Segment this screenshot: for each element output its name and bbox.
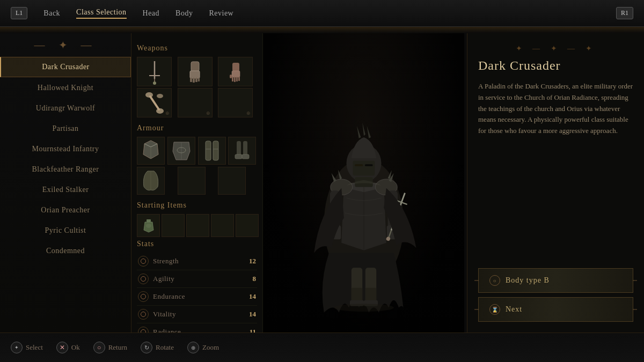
svg-rect-12 [232,77,233,82]
starting-item-5[interactable] [236,214,259,237]
bottom-control-ok: ✕ Ok [56,342,80,353]
nav-class-selection[interactable]: Class Selection [76,8,126,19]
class-item-dark-crusader[interactable]: Dark Crusader [0,57,131,77]
right-ornament: ✦ — ✦ — ✦ [478,44,633,53]
svg-rect-5 [190,71,200,78]
weapon-slot-3[interactable] [218,57,253,86]
hand-icon [225,58,246,85]
svg-point-3 [153,82,156,85]
nav-head[interactable]: Head [143,9,160,18]
armour-slot-6[interactable] [178,167,206,195]
weapon-slot-2[interactable] [178,57,213,86]
radiance-value: 11 [245,328,256,333]
bottom-bar: ✦ Select ✕ Ok ○ Return ↻ Rotate ⊕ Zoom [0,333,644,362]
svg-rect-6 [190,78,192,82]
nav-review[interactable]: Review [209,9,233,18]
armour-slot-7[interactable] [218,167,246,195]
next-icon: ⌛ [489,304,500,315]
weapon-slot-1[interactable] [137,57,172,86]
class-item-udirangr-warwolf[interactable]: Udirangr Warwolf [0,99,131,118]
body-type-icon: ○ [489,275,500,286]
class-item-hallowed-knight[interactable]: Hallowed Knight [0,78,131,98]
slot-badge-4: ⊕ [165,110,170,116]
select-label: Select [26,343,43,352]
bottom-control-rotate: ↻ Rotate [141,342,174,353]
class-item-pyric-cultist[interactable]: Pyric Cultist [0,221,131,240]
svg-rect-23 [206,141,211,160]
svg-marker-59 [357,126,361,138]
body-type-label: Body type B [506,276,550,285]
action-buttons: ○ Body type B ⌛ Next [478,268,633,322]
weapons-row2: ⊕ ⊕ ⊕ [137,88,257,117]
svg-rect-7 [193,78,195,83]
gauntlet-icon [185,59,205,85]
svg-rect-24 [213,141,218,160]
starting-items-title: Starting Items [137,201,257,210]
body-type-button[interactable]: ○ Body type B [478,268,633,293]
character-preview [263,33,464,333]
l1-button[interactable]: L1 [11,7,27,19]
armour-slot-5[interactable] [137,167,165,195]
armour-slot-2[interactable] [167,137,195,165]
weapon-slot-6[interactable]: ⊕ [218,88,253,117]
svg-line-19 [150,97,159,109]
class-item-blackfeather-ranger[interactable]: Blackfeather Ranger [0,160,131,179]
armour-slot-3[interactable] [198,137,226,165]
svg-rect-14 [236,77,238,82]
starting-item-4[interactable] [211,214,234,237]
select-icon: ✦ [11,342,23,353]
weapon-slot-4[interactable]: ⊕ [137,88,172,117]
return-icon: ○ [93,342,105,353]
class-item-exiled-stalker[interactable]: Exiled Stalker [0,180,131,200]
svg-rect-28 [243,141,247,156]
armour-slot-4[interactable] [228,137,256,165]
stat-row-vitality: Vitality 14 [137,306,257,323]
class-item-orian-preacher[interactable]: Orian Preacher [0,201,131,220]
starting-item-1[interactable] [137,214,160,237]
svg-rect-16 [230,75,232,78]
weapons-row1 [137,57,257,86]
nav-body[interactable]: Body [175,9,193,18]
arm-armour-icon [141,169,160,192]
svg-point-20 [157,94,163,98]
weapon-slot-5[interactable]: ⊕ [178,88,213,117]
endurance-icon [138,291,149,302]
character-svg [294,54,434,333]
armour-slot-1[interactable] [137,137,165,165]
strength-icon [138,256,149,267]
starting-item-3[interactable] [186,214,209,237]
class-item-mournstead-infantry[interactable]: Mournstead Infantry [0,139,131,159]
top-navigation: L1 Back Class Selection Head Body Review… [0,0,644,27]
agility-label: Agility [153,275,245,283]
next-button[interactable]: ⌛ Next [478,297,633,322]
vitality-icon [138,309,149,320]
class-list: Dark Crusader Hallowed Knight Udirangr W… [0,57,131,261]
svg-rect-9 [198,78,200,82]
zoom-icon: ⊕ [187,342,199,353]
armour-title: Armour [137,124,257,132]
class-description-panel: ✦ — ✦ — ✦ Dark Crusader A Paladin of the… [467,33,644,333]
class-item-partisan[interactable]: Partisan [0,119,131,138]
potion-icon [141,218,156,233]
r1-button[interactable]: R1 [616,7,633,19]
svg-point-33 [146,224,151,228]
svg-rect-13 [234,77,236,82]
next-label: Next [506,305,522,314]
svg-rect-10 [232,63,239,71]
starting-item-2[interactable] [162,214,185,237]
armour-row1 [137,137,257,165]
stat-row-endurance: Endurance 14 [137,288,257,306]
sword-icon [144,58,165,85]
svg-point-67 [334,304,393,312]
class-item-condemned[interactable]: Condemned [0,241,131,261]
stat-row-strength: Strength 12 [137,253,257,270]
slot-badge-5: ⊕ [206,110,210,116]
class-description: A Paladin of the Dark Crusaders, an elit… [478,81,633,257]
ok-icon: ✕ [56,342,68,353]
strength-value: 12 [245,257,256,265]
nav-back[interactable]: Back [43,9,60,18]
bone-icon [144,90,165,116]
radiance-label: Radiance [153,328,245,333]
nav-divider [0,27,644,33]
svg-rect-11 [232,71,240,77]
